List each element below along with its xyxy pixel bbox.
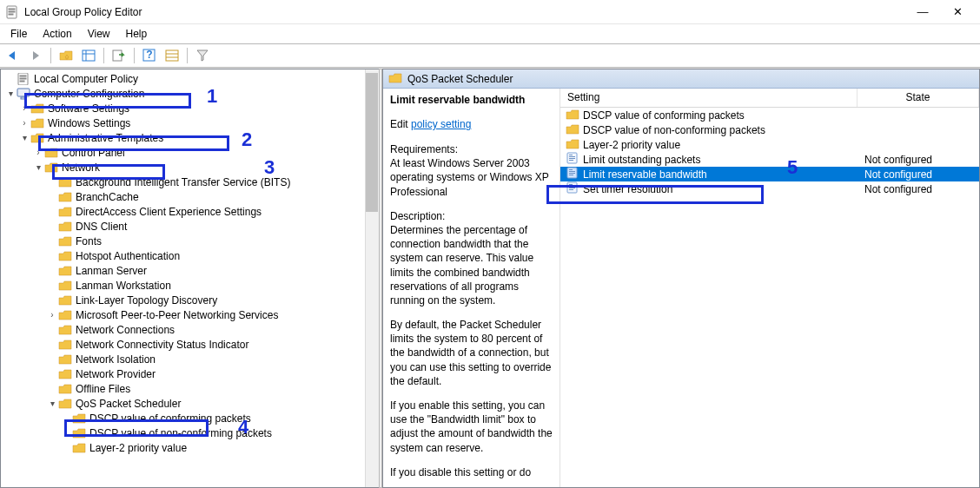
twisty-icon[interactable]: ▾ [18,133,30,142]
back-icon[interactable] [3,46,23,65]
close-button[interactable]: ✕ [940,5,975,18]
tree-admin-templates[interactable]: ▾Administrative Templates [1,130,379,145]
tree-network[interactable]: ▾Network [1,160,379,175]
list-view-icon[interactable] [162,46,182,65]
twisty-icon[interactable]: › [18,103,30,113]
twisty-icon[interactable]: ▾ [46,399,58,408]
requirements-text: At least Windows Server 2003 operating s… [390,157,549,197]
svg-rect-27 [569,173,575,174]
description-text: Determines the percentage of connection … [390,224,533,307]
svg-rect-7 [113,50,122,61]
tree-control-panel[interactable]: ›Control Panel [1,145,379,160]
svg-rect-16 [20,81,24,82]
tree-computer-config[interactable]: ▾Computer Configuration [1,86,379,101]
tree-software-settings[interactable]: ›Software Settings [1,101,379,115]
tree-network-13[interactable]: Network Provider [1,366,379,381]
tree-windows-settings[interactable]: ›Windows Settings [1,115,379,130]
minimize-button[interactable]: — [905,5,940,18]
toolbar-sep [50,48,51,63]
svg-rect-25 [569,169,573,170]
tree-network-11[interactable]: Network Connectivity Status Indicator [1,337,379,352]
description-pane: Limit reservable bandwidth Edit policy s… [383,89,560,487]
tree-network-14[interactable]: Offline Files [1,381,379,396]
menu-help[interactable]: Help [119,26,155,42]
tree-label: Offline Files [76,383,130,395]
col-setting[interactable]: Setting [560,89,858,107]
col-state[interactable]: State [858,89,979,107]
tree-network-4[interactable]: Fonts [1,234,379,248]
tree-network-9[interactable]: ›Microsoft Peer-to-Peer Networking Servi… [1,307,379,322]
list-row[interactable]: DSCP value of conforming packets [560,108,979,122]
svg-rect-20 [569,155,573,155]
twisty-icon[interactable]: ▾ [4,89,17,98]
list-header: Setting State [560,89,979,108]
svg-rect-3 [9,14,13,15]
list-row[interactable]: Set timer resolutionNot configured [560,181,979,196]
setting-name: DSCP value of non-conforming packets [583,124,858,136]
tree-label: Software Settings [48,102,129,115]
tree-network-10[interactable]: Network Connections [1,322,379,337]
tree-root[interactable]: Local Computer Policy [1,71,379,86]
tree-scroll-thumb[interactable] [366,73,378,212]
setting-name: Set timer resolution [583,183,858,195]
list-row[interactable]: DSCP value of non-conforming packets [560,122,979,137]
folder-icon [58,191,72,203]
tree-network-5[interactable]: Hotspot Authentication [1,248,379,263]
filter-icon[interactable] [193,46,212,65]
list-row[interactable]: Limit reservable bandwidthNot configured [560,167,979,181]
policy-item-icon [566,152,579,167]
list-row[interactable]: Layer-2 priority value [560,137,979,152]
tree-qos-0[interactable]: DSCP value of conforming packets [1,411,379,425]
description-para3: If you enable this setting, you can use … [390,399,553,455]
tree-qos-1[interactable]: DSCP value of non-conforming packets [1,425,379,440]
twisty-icon[interactable]: › [46,310,58,320]
svg-rect-32 [569,188,575,188]
help-icon[interactable]: ? [140,46,159,65]
tree-network-12[interactable]: Network Isolation [1,352,379,366]
folder-icon [58,339,72,351]
svg-text:?: ? [146,49,152,61]
tree-network-2[interactable]: DirectAccess Client Experience Settings [1,204,379,219]
svg-rect-26 [569,171,575,172]
setting-state: Not configured [858,154,979,166]
up-folder-icon[interactable] [56,46,76,65]
tree-scrollbar[interactable] [365,69,379,487]
tree-label: Hotspot Authentication [76,250,180,262]
tree-network-1[interactable]: BranchCache [1,189,379,204]
twisty-icon[interactable]: › [32,148,44,157]
tree-label: QoS Packet Scheduler [76,398,181,410]
tree-qos-2[interactable]: Layer-2 priority value [1,440,379,455]
tree-label: Fonts [76,235,102,247]
edit-policy-link[interactable]: policy setting [411,118,471,130]
details-header: QoS Packet Scheduler [383,69,979,89]
tree-network-15[interactable]: ▾QoS Packet Scheduler [1,396,379,411]
setting-name: Layer-2 priority value [583,139,858,151]
menu-file[interactable]: File [3,26,34,42]
menu-view[interactable]: View [81,26,117,42]
folder-icon [58,309,72,321]
folder-icon [44,162,58,174]
forward-icon[interactable] [26,46,45,65]
tree-network-6[interactable]: Lanman Server [1,263,379,278]
tree-label: BranchCache [76,191,139,203]
tree-label: Lanman Server [76,265,147,277]
tree-label: DSCP value of non-conforming packets [89,427,272,439]
tree-network-0[interactable]: Background Intelligent Transfer Service … [1,175,379,189]
folder-icon [44,147,58,159]
list-row[interactable]: Limit outstanding packetsNot configured [560,152,979,167]
app-icon [5,5,19,19]
twisty-icon[interactable]: › [18,118,30,128]
tree-network-8[interactable]: Link-Layer Topology Discovery [1,293,379,307]
tree-network-3[interactable]: DNS Client [1,219,379,234]
folder-icon [72,427,86,439]
menu-action[interactable]: Action [36,26,78,42]
grid-view-icon[interactable] [79,46,98,65]
folder-icon [58,383,72,395]
twisty-icon[interactable]: ▾ [32,162,44,172]
export-icon[interactable] [109,46,129,65]
tree-network-7[interactable]: Lanman Workstation [1,278,379,293]
titlebar: Local Group Policy Editor — ✕ [0,0,980,24]
folder-icon [58,324,72,336]
tree-label: Microsoft Peer-to-Peer Networking Servic… [76,309,278,321]
tree-label: DirectAccess Client Experience Settings [76,206,262,218]
